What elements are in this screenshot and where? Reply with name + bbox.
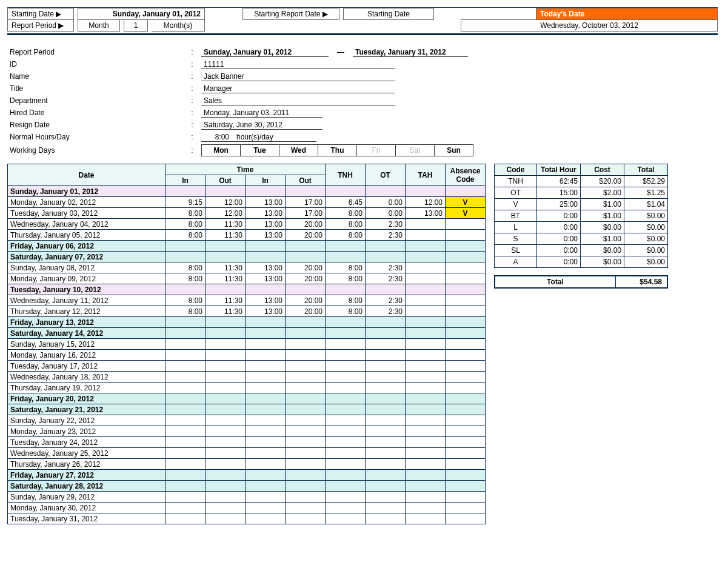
cell-in1[interactable] bbox=[165, 361, 205, 372]
cell-in2[interactable]: 13:00 bbox=[246, 219, 286, 230]
cell-out2[interactable]: 20:00 bbox=[286, 306, 326, 317]
cell-tah[interactable] bbox=[406, 372, 446, 383]
cell-in2[interactable] bbox=[246, 470, 286, 481]
cell-in1[interactable]: 8:00 bbox=[165, 273, 205, 284]
cell-tah[interactable] bbox=[406, 481, 446, 492]
cell-out2[interactable] bbox=[286, 241, 326, 252]
cell-code[interactable] bbox=[446, 513, 486, 524]
cell-ot[interactable] bbox=[366, 317, 406, 328]
cell-in2[interactable] bbox=[246, 459, 286, 470]
cell-out2[interactable] bbox=[286, 339, 326, 350]
cell-out1[interactable]: 11:30 bbox=[205, 219, 246, 230]
cell-ot[interactable]: 2:30 bbox=[366, 219, 406, 230]
cell-code[interactable] bbox=[446, 230, 486, 241]
cell-in2[interactable] bbox=[246, 339, 286, 350]
cell-tah[interactable] bbox=[406, 492, 446, 503]
cell-in2[interactable] bbox=[246, 492, 286, 503]
cell-ot[interactable] bbox=[366, 328, 406, 339]
cell-out2[interactable] bbox=[286, 459, 326, 470]
cell-date[interactable]: Friday, January 27, 2012 bbox=[8, 470, 165, 481]
cell-date[interactable]: Saturday, January 21, 2012 bbox=[8, 404, 165, 415]
cell-in1[interactable] bbox=[165, 186, 205, 197]
cell-out2[interactable] bbox=[286, 481, 326, 492]
cell-code[interactable] bbox=[446, 306, 486, 317]
cell-tnh[interactable] bbox=[326, 383, 366, 393]
cell-code[interactable] bbox=[446, 273, 486, 284]
cell-code[interactable] bbox=[446, 252, 486, 262]
cell-in1[interactable]: 8:00 bbox=[165, 306, 205, 317]
cell-in2[interactable]: 13:00 bbox=[246, 230, 286, 241]
cell-ot[interactable]: 0:00 bbox=[366, 208, 406, 219]
cell-tah[interactable] bbox=[406, 470, 446, 481]
cell-in2[interactable]: 13:00 bbox=[246, 262, 286, 273]
cell-tah[interactable] bbox=[406, 219, 446, 230]
cell-code[interactable] bbox=[446, 328, 486, 339]
cell-in1[interactable] bbox=[165, 350, 205, 361]
cell-in2[interactable] bbox=[246, 415, 286, 426]
cell-date[interactable]: Sunday, January 15, 2012 bbox=[8, 339, 165, 350]
cell-date[interactable]: Tuesday, January 17, 2012 bbox=[8, 361, 165, 372]
cell-tnh[interactable]: 8:00 bbox=[326, 230, 366, 241]
cell-ot[interactable]: 2:30 bbox=[366, 273, 406, 284]
cell-in2[interactable] bbox=[246, 437, 286, 448]
cell-tah[interactable] bbox=[406, 503, 446, 513]
timesheet-row[interactable]: Sunday, January 15, 2012 bbox=[8, 339, 486, 350]
cell-date[interactable]: Thursday, January 05, 2012 bbox=[8, 230, 165, 241]
cell-ot[interactable] bbox=[366, 284, 406, 295]
cell-ot[interactable] bbox=[366, 372, 406, 383]
cell-tnh[interactable]: 8:00 bbox=[326, 219, 366, 230]
cell-in1[interactable] bbox=[165, 492, 205, 503]
timesheet-row[interactable]: Thursday, January 26, 2012 bbox=[8, 459, 486, 470]
cell-date[interactable]: Tuesday, January 10, 2012 bbox=[8, 284, 165, 295]
cell-out2[interactable] bbox=[286, 470, 326, 481]
cell-code[interactable]: V bbox=[446, 208, 486, 219]
day-box-sun[interactable]: Sun bbox=[434, 144, 473, 156]
cell-code[interactable] bbox=[446, 404, 486, 415]
cell-ot[interactable]: 2:30 bbox=[366, 306, 406, 317]
cell-out2[interactable] bbox=[286, 393, 326, 404]
cell-ot[interactable] bbox=[366, 426, 406, 437]
cell-out1[interactable] bbox=[205, 437, 246, 448]
cell-tah[interactable] bbox=[406, 383, 446, 393]
cell-tah[interactable]: 13:00 bbox=[406, 208, 446, 219]
cell-in1[interactable] bbox=[165, 503, 205, 513]
cell-ot[interactable] bbox=[366, 350, 406, 361]
cell-ot[interactable] bbox=[366, 459, 406, 470]
timesheet-row[interactable]: Friday, January 06, 2012 bbox=[8, 241, 486, 252]
cell-tnh[interactable]: 8:00 bbox=[326, 273, 366, 284]
cell-tah[interactable] bbox=[406, 426, 446, 437]
cell-in1[interactable] bbox=[165, 513, 205, 524]
cell-out2[interactable] bbox=[286, 350, 326, 361]
cell-in2[interactable] bbox=[246, 503, 286, 513]
timesheet-row[interactable]: Tuesday, January 31, 2012 bbox=[8, 513, 486, 524]
cell-out2[interactable] bbox=[286, 372, 326, 383]
cell-tnh[interactable]: 8:00 bbox=[326, 208, 366, 219]
cell-out2[interactable] bbox=[286, 437, 326, 448]
cell-code[interactable]: V bbox=[446, 197, 486, 208]
cell-out1[interactable]: 11:30 bbox=[205, 262, 246, 273]
cell-tah[interactable] bbox=[406, 404, 446, 415]
cell-date[interactable]: Wednesday, January 25, 2012 bbox=[8, 448, 165, 459]
cell-ot[interactable] bbox=[366, 404, 406, 415]
cell-out1[interactable]: 12:00 bbox=[205, 208, 246, 219]
cell-tnh[interactable] bbox=[326, 339, 366, 350]
cell-date[interactable]: Tuesday, January 24, 2012 bbox=[8, 437, 165, 448]
timesheet-row[interactable]: Tuesday, January 17, 2012 bbox=[8, 361, 486, 372]
cell-out2[interactable] bbox=[286, 513, 326, 524]
cell-out2[interactable]: 17:00 bbox=[286, 208, 326, 219]
cell-in1[interactable]: 8:00 bbox=[165, 230, 205, 241]
cell-tnh[interactable] bbox=[326, 492, 366, 503]
cell-tnh[interactable] bbox=[326, 186, 366, 197]
cell-code[interactable] bbox=[446, 241, 486, 252]
cell-tah[interactable] bbox=[406, 295, 446, 306]
cell-in1[interactable] bbox=[165, 383, 205, 393]
cell-ot[interactable] bbox=[366, 393, 406, 404]
cell-tnh[interactable] bbox=[326, 437, 366, 448]
cell-in1[interactable] bbox=[165, 426, 205, 437]
cell-out2[interactable]: 20:00 bbox=[286, 273, 326, 284]
cell-tah[interactable] bbox=[406, 252, 446, 262]
cell-out2[interactable]: 17:00 bbox=[286, 197, 326, 208]
day-box-tue[interactable]: Tue bbox=[240, 144, 279, 156]
cell-date[interactable]: Thursday, January 26, 2012 bbox=[8, 459, 165, 470]
timesheet-row[interactable]: Friday, January 20, 2012 bbox=[8, 393, 486, 404]
